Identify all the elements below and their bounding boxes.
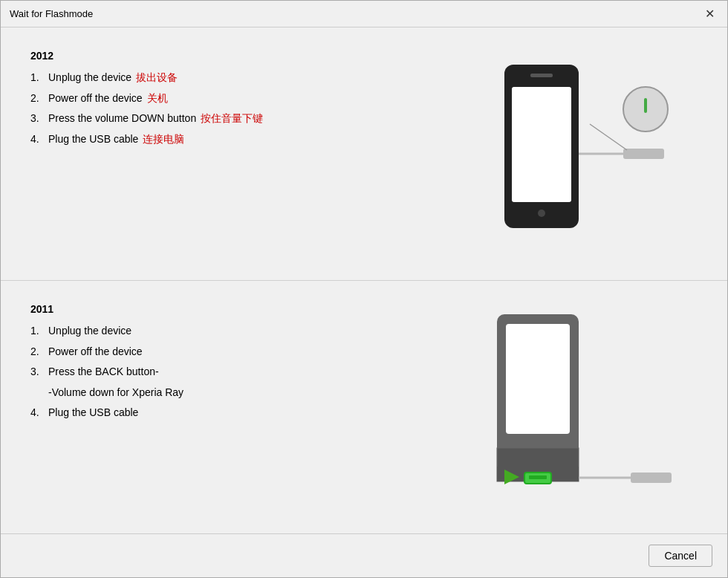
step-annotation: 按住音量下键 — [201, 111, 263, 126]
step-2012-1: 1. Unplug the device 拔出设备 — [30, 71, 415, 85]
svg-line-6 — [590, 124, 627, 150]
step-text: Power off the device — [48, 91, 143, 106]
step-num: 1. — [30, 71, 48, 85]
svg-rect-10 — [506, 324, 570, 434]
dialog-title: Wait for Flashmode — [10, 8, 93, 19]
section-2011: 2011 1. Unplug the device 2. Power off t… — [1, 281, 727, 533]
step-annotation: 连接电脑 — [143, 132, 184, 147]
step-2012-3: 3. Press the volume DOWN button 按住音量下键 — [30, 111, 415, 126]
steps-2012: 1. Unplug the device 拔出设备 2. Power off t… — [30, 71, 415, 146]
svg-rect-1 — [512, 87, 571, 202]
section-2011-text: 2011 1. Unplug the device 2. Power off t… — [30, 303, 415, 426]
svg-rect-5 — [623, 149, 664, 159]
step-2011-3b: 3. -Volume down for Xperia Ray — [30, 386, 415, 400]
step-2011-2: 2. Power off the device — [30, 345, 415, 360]
close-button[interactable]: ✕ — [701, 5, 718, 23]
step-text: Plug the USB cable — [48, 406, 138, 420]
step-num: 4. — [30, 406, 48, 420]
dialog-window: Wait for Flashmode ✕ 2012 1. Unplug the … — [0, 0, 728, 578]
cancel-button[interactable]: Cancel — [649, 545, 712, 567]
phone-svg-2012 — [445, 50, 683, 258]
steps-2011: 1. Unplug the device 2. Power off the de… — [30, 324, 415, 420]
step-text: Press the BACK button- — [48, 365, 159, 380]
svg-rect-18 — [631, 473, 672, 483]
step-num: 4. — [30, 132, 48, 147]
svg-rect-8 — [644, 98, 647, 113]
step-text: -Volume down for Xperia Ray — [48, 386, 183, 400]
step-num: 1. — [30, 324, 48, 339]
illustration-2011 — [430, 303, 698, 511]
step-text: Power off the device — [48, 345, 143, 360]
svg-rect-15 — [529, 475, 547, 479]
step-2011-4: 4. Plug the USB cable — [30, 406, 415, 420]
step-num: 3. — [30, 111, 48, 126]
section-2012: 2012 1. Unplug the device 拔出设备 2. Power … — [1, 27, 727, 281]
step-num: 2. — [30, 91, 48, 106]
step-annotation: 关机 — [147, 91, 168, 106]
content-area: 2012 1. Unplug the device 拔出设备 2. Power … — [1, 27, 727, 533]
illustration-2012 — [430, 50, 698, 258]
step-2011-1: 1. Unplug the device — [30, 324, 415, 339]
step-2012-4: 4. Plug the USB cable 连接电脑 — [30, 132, 415, 147]
step-text: Press the volume DOWN button — [48, 111, 196, 126]
step-text: Unplug the device — [48, 71, 131, 85]
step-text: Unplug the device — [48, 324, 131, 339]
step-num: 2. — [30, 345, 48, 360]
step-annotation: 拔出设备 — [136, 71, 178, 85]
year-2012: 2012 — [30, 50, 415, 62]
svg-rect-2 — [530, 74, 553, 77]
step-2011-3: 3. Press the BACK button- — [30, 365, 415, 380]
section-2012-text: 2012 1. Unplug the device 拔出设备 2. Power … — [30, 50, 415, 152]
step-text: Plug the USB cable — [48, 132, 138, 147]
footer-bar: Cancel — [1, 533, 727, 577]
title-bar: Wait for Flashmode ✕ — [1, 1, 727, 27]
step-num: 3. — [30, 365, 48, 380]
phone-svg-2011 — [445, 303, 683, 511]
step-2012-2: 2. Power off the device 关机 — [30, 91, 415, 106]
year-2011: 2011 — [30, 303, 415, 315]
svg-point-3 — [538, 210, 545, 217]
